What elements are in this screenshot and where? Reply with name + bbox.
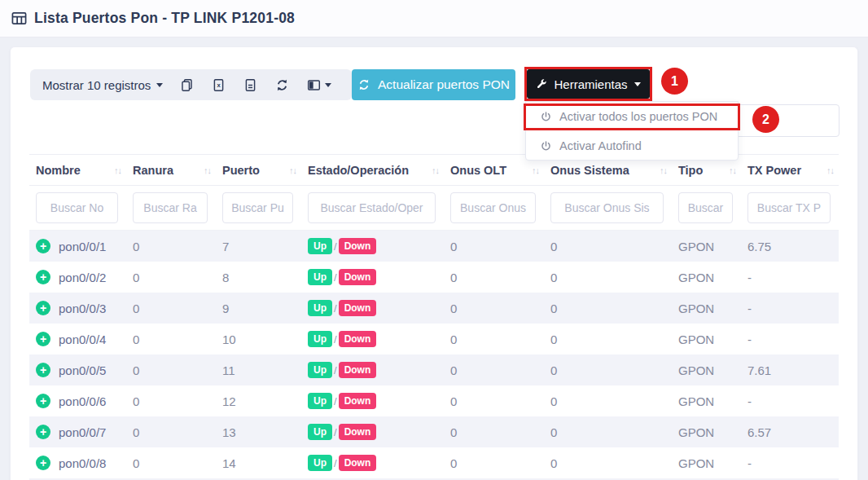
- cell-ranura: 0: [126, 416, 216, 447]
- status-separator: /: [334, 395, 337, 407]
- status-up-badge: Up: [308, 300, 332, 316]
- port-name: pon0/0/1: [59, 240, 106, 253]
- cell-onus-olt: 0: [444, 262, 544, 293]
- table-row: pon0/0/7 0 13 Up / Down 0 0 GPON 6.57: [29, 416, 839, 447]
- column-header-ranura[interactable]: Ranura↑↓: [126, 155, 216, 185]
- tools-dropdown-button[interactable]: Herramientas: [527, 69, 650, 99]
- cell-estado: Up / Down: [301, 231, 444, 262]
- sort-icon: ↑↓: [432, 165, 439, 175]
- cell-onus-sistema: 0: [544, 385, 672, 416]
- excel-export-button[interactable]: x: [203, 69, 235, 100]
- cell-onus-olt: 0: [444, 385, 544, 416]
- cell-onus-olt: 0: [444, 354, 544, 385]
- status-down-badge: Down: [339, 331, 377, 347]
- status-down-badge: Down: [339, 455, 377, 471]
- cell-puerto: 13: [216, 416, 301, 447]
- status-separator: /: [334, 271, 337, 284]
- filter-input-estado[interactable]: [308, 192, 436, 223]
- sort-icon: ↑↓: [729, 165, 736, 175]
- status-down-badge: Down: [339, 238, 377, 254]
- status-down-badge: Down: [339, 362, 377, 378]
- filter-input-tipo[interactable]: [678, 192, 733, 223]
- cell-estado: Up / Down: [301, 324, 444, 354]
- expand-row-icon[interactable]: [36, 425, 50, 439]
- svg-text:x: x: [217, 81, 221, 89]
- file-export-icon: [243, 78, 257, 92]
- filter-input-onus-olt[interactable]: [450, 192, 536, 223]
- filter-input-onus-sistema[interactable]: [550, 192, 664, 223]
- filter-input-nombre[interactable]: [36, 192, 118, 223]
- refresh-icon: [357, 78, 370, 91]
- reload-table-button[interactable]: [266, 69, 298, 100]
- expand-row-icon[interactable]: [36, 363, 50, 377]
- status-separator: /: [334, 302, 337, 315]
- expand-row-icon[interactable]: [36, 456, 50, 470]
- pon-ports-table: Nombre↑↓ Ranura↑↓ Puerto↑↓ Estado/Operac…: [29, 154, 839, 480]
- column-header-puerto[interactable]: Puerto↑↓: [216, 155, 301, 185]
- cell-tx-power: -: [741, 262, 839, 293]
- port-name: pon0/0/7: [59, 425, 106, 439]
- cell-ranura: 0: [126, 324, 216, 354]
- cell-ranura: 0: [126, 354, 216, 385]
- copy-icon: [180, 78, 194, 92]
- cell-estado: Up / Down: [301, 416, 444, 447]
- port-name: pon0/0/6: [59, 394, 106, 408]
- cell-tx-power: -: [741, 293, 839, 324]
- update-pon-ports-button[interactable]: Actualizar puertos PON: [352, 69, 515, 100]
- cell-tipo: GPON: [672, 416, 741, 447]
- table-row: pon0/0/4 0 10 Up / Down 0 0 GPON -: [29, 324, 839, 354]
- sort-icon: ↑↓: [532, 165, 539, 175]
- cell-tx-power: -: [741, 324, 839, 354]
- menu-item-activate-autofind[interactable]: Activar Autofind: [526, 131, 738, 161]
- status-separator: /: [334, 457, 337, 469]
- column-visibility-button[interactable]: [298, 69, 340, 100]
- status-up-badge: Up: [308, 362, 332, 378]
- excel-export-icon: x: [212, 78, 226, 92]
- power-icon: [540, 111, 552, 123]
- table-row: pon0/0/1 0 7 Up / Down 0 0 GPON 6.75: [29, 231, 839, 262]
- status-down-badge: Down: [339, 393, 377, 409]
- file-export-button[interactable]: [235, 69, 266, 100]
- cell-onus-sistema: 0: [544, 354, 672, 385]
- cell-onus-sistema: 0: [544, 262, 672, 293]
- column-header-tx-power[interactable]: TX Power↑↓: [741, 155, 839, 185]
- caret-down-icon: [634, 82, 641, 86]
- cell-onus-sistema: 0: [544, 293, 672, 324]
- filter-input-tx-power[interactable]: [747, 192, 831, 223]
- expand-row-icon[interactable]: [36, 270, 50, 284]
- status-up-badge: Up: [308, 238, 332, 254]
- cell-puerto: 7: [216, 231, 301, 262]
- annotation-step-2: 2: [752, 106, 779, 133]
- cell-ranura: 0: [126, 293, 216, 324]
- menu-item-label: Activar Autofind: [559, 139, 642, 152]
- cell-onus-olt: 0: [444, 293, 544, 324]
- filter-input-ranura[interactable]: [133, 192, 208, 223]
- power-icon: [540, 140, 552, 152]
- expand-row-icon[interactable]: [36, 301, 50, 315]
- port-name: pon0/0/3: [59, 302, 106, 315]
- port-name: pon0/0/4: [59, 332, 106, 346]
- cell-ranura: 0: [126, 231, 216, 262]
- cell-estado: Up / Down: [301, 447, 444, 478]
- column-visibility-icon: [307, 78, 321, 92]
- show-entries-label: Mostrar 10 registros: [42, 78, 151, 92]
- column-header-nombre[interactable]: Nombre↑↓: [29, 155, 126, 185]
- cell-tipo: GPON: [672, 354, 741, 385]
- expand-row-icon[interactable]: [36, 394, 50, 408]
- cell-onus-olt: 0: [444, 416, 544, 447]
- expand-row-icon[interactable]: [36, 332, 50, 346]
- status-separator: /: [334, 426, 337, 438]
- status-down-badge: Down: [339, 269, 377, 285]
- table-row: pon0/0/2 0 8 Up / Down 0 0 GPON -: [29, 262, 839, 293]
- column-header-estado[interactable]: Estado/Operación↑↓: [301, 155, 444, 185]
- table-row: pon0/0/8 0 14 Up / Down 0 0 GPON -: [29, 447, 839, 478]
- status-separator: /: [334, 240, 337, 253]
- filter-input-puerto[interactable]: [222, 192, 293, 223]
- menu-item-activate-all-pon-ports[interactable]: Activar todos los puertos PON: [526, 102, 738, 131]
- cell-puerto: 11: [216, 354, 301, 385]
- caret-down-icon: [325, 83, 331, 87]
- expand-row-icon[interactable]: [36, 239, 50, 253]
- show-entries-dropdown[interactable]: Mostrar 10 registros: [30, 69, 171, 100]
- copy-button[interactable]: [171, 69, 203, 100]
- update-pon-ports-label: Actualizar puertos PON: [378, 77, 510, 92]
